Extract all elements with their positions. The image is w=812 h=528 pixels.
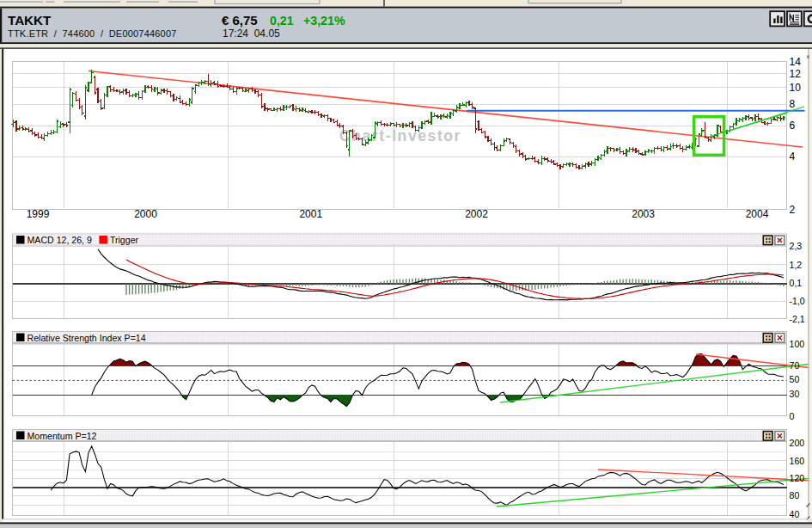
svg-text:120: 120	[790, 473, 805, 483]
svg-text:40: 40	[790, 509, 800, 519]
svg-text:Relative Strength Index P=14: Relative Strength Index P=14	[27, 333, 146, 343]
svg-text:0,21: 0,21	[270, 14, 294, 28]
svg-text:2003: 2003	[632, 208, 655, 220]
svg-text:2: 2	[790, 204, 796, 216]
svg-text:+3,21%: +3,21%	[303, 14, 345, 28]
svg-text:Chart-Investor: Chart-Investor	[339, 127, 461, 144]
svg-text:8: 8	[790, 98, 796, 110]
svg-text:TAKKT: TAKKT	[8, 13, 52, 28]
svg-text:-1,0: -1,0	[790, 296, 805, 306]
svg-text:80: 80	[790, 490, 800, 500]
svg-text:30: 30	[790, 389, 800, 399]
svg-text:2004: 2004	[746, 208, 769, 220]
svg-text:14: 14	[790, 56, 802, 68]
svg-text:0: 0	[790, 411, 795, 421]
svg-text:12: 12	[790, 68, 802, 80]
svg-text:2,3: 2,3	[790, 241, 803, 251]
svg-text:0,1: 0,1	[790, 278, 803, 288]
svg-text:2000: 2000	[134, 208, 157, 220]
svg-text:MACD 12, 26, 9: MACD 12, 26, 9	[27, 235, 92, 245]
svg-text:2002: 2002	[465, 208, 488, 220]
svg-text:€ 6,75: € 6,75	[222, 13, 258, 28]
svg-text:1,2: 1,2	[790, 260, 803, 270]
svg-text:TTK.ETR / 744600 / DE00074: TTK.ETR / 744600 / DE0007446007	[8, 28, 177, 39]
svg-text:1999: 1999	[27, 208, 50, 220]
svg-text:Momentum P=12: Momentum P=12	[27, 431, 97, 441]
svg-text:-2,1: -2,1	[790, 314, 805, 324]
svg-text:Trigger: Trigger	[110, 235, 139, 245]
svg-text:6: 6	[790, 120, 796, 132]
svg-text:10: 10	[790, 82, 802, 94]
svg-text:200: 200	[790, 438, 805, 448]
svg-text:100: 100	[790, 339, 805, 349]
svg-text:17:24 04.05: 17:24 04.05	[223, 28, 280, 40]
svg-text:4: 4	[790, 150, 796, 163]
svg-text:50: 50	[790, 374, 800, 384]
svg-text:160: 160	[790, 456, 805, 466]
svg-text:2001: 2001	[299, 208, 322, 220]
svg-text:70: 70	[790, 360, 800, 371]
